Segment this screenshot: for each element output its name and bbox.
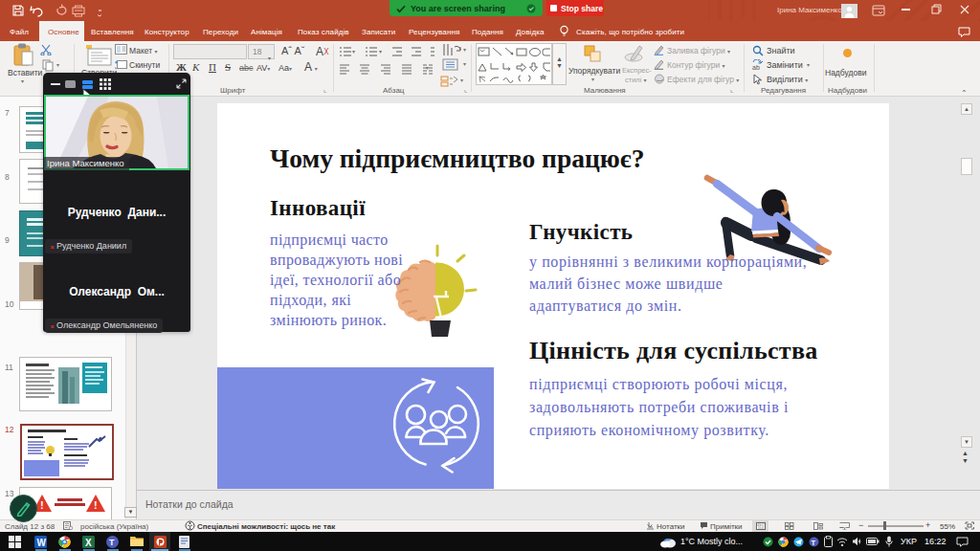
svg-text:T: T	[812, 539, 816, 547]
svg-text:A: A	[316, 45, 323, 57]
svg-text:X: X	[85, 538, 92, 548]
svg-text:!: !	[40, 499, 44, 511]
svg-text:W: W	[37, 538, 47, 548]
svg-text:!: !	[94, 499, 98, 511]
svg-text:T: T	[109, 538, 115, 547]
svg-text:ab: ab	[752, 64, 760, 71]
